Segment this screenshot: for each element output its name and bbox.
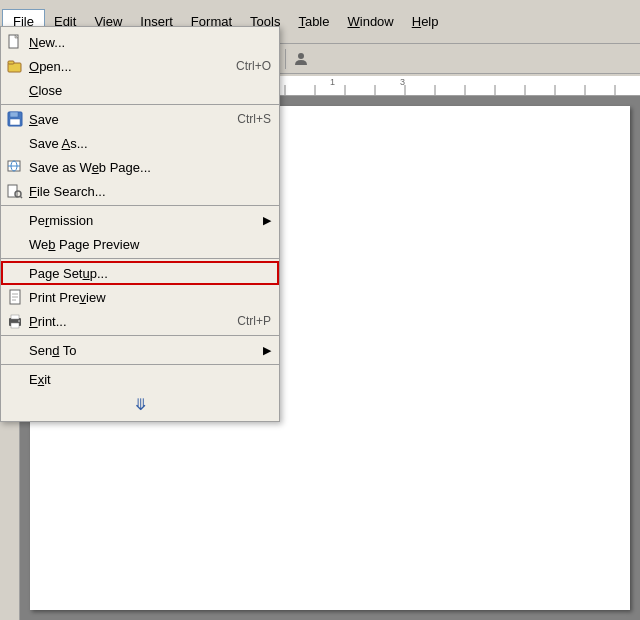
menu-item-file-search[interactable]: File Search... bbox=[1, 179, 279, 203]
menu-separator-2 bbox=[1, 205, 279, 206]
svg-rect-60 bbox=[10, 112, 18, 117]
menu-item-page-setup[interactable]: Page Setup... bbox=[1, 261, 279, 285]
new-icon bbox=[5, 32, 25, 52]
print-icon bbox=[5, 311, 25, 331]
menu-item-save-label: Save bbox=[29, 112, 59, 127]
menu-item-save[interactable]: Save Ctrl+S bbox=[1, 107, 279, 131]
svg-rect-73 bbox=[11, 323, 19, 328]
menu-item-permission[interactable]: Permission ▶ bbox=[1, 208, 279, 232]
menu-item-new-label: New... bbox=[29, 35, 65, 50]
menu-item-save-shortcut: Ctrl+S bbox=[237, 112, 271, 126]
menu-item-print-shortcut: Ctrl+P bbox=[237, 314, 271, 328]
menu-item-exit[interactable]: Exit bbox=[1, 367, 279, 391]
user-toolbar-btn[interactable] bbox=[290, 48, 312, 70]
save-icon bbox=[5, 109, 25, 129]
menu-item-open[interactable]: Open... Ctrl+O bbox=[1, 54, 279, 78]
menu-item-save-as[interactable]: Save As... bbox=[1, 131, 279, 155]
toolbar-separator-3 bbox=[285, 49, 286, 69]
svg-line-67 bbox=[21, 197, 23, 199]
menu-item-file-search-label: File Search... bbox=[29, 184, 106, 199]
menu-item-send-to[interactable]: Send To ▶ bbox=[1, 338, 279, 362]
menubar-item-window[interactable]: Window bbox=[338, 9, 402, 34]
menu-separator-5 bbox=[1, 364, 279, 365]
menu-item-close[interactable]: Close bbox=[1, 78, 279, 102]
svg-text:1: 1 bbox=[330, 77, 335, 87]
menu-item-print-preview-label: Print Preview bbox=[29, 290, 106, 305]
svg-point-75 bbox=[18, 320, 20, 322]
more-chevron-icon: ⤋ bbox=[134, 395, 147, 414]
menu-separator-4 bbox=[1, 335, 279, 336]
menubar-item-table[interactable]: Table bbox=[289, 9, 338, 34]
menu-item-save-web[interactable]: Save as Web Page... bbox=[1, 155, 279, 179]
menu-item-open-shortcut: Ctrl+O bbox=[236, 59, 271, 73]
menu-item-save-web-label: Save as Web Page... bbox=[29, 160, 151, 175]
menu-item-page-setup-label: Page Setup... bbox=[29, 266, 108, 281]
menu-item-print-label: Print... bbox=[29, 314, 67, 329]
menu-separator-3 bbox=[1, 258, 279, 259]
menu-item-save-as-label: Save As... bbox=[29, 136, 88, 151]
menu-item-open-label: Open... bbox=[29, 59, 72, 74]
save-web-icon bbox=[5, 157, 25, 177]
menu-item-close-label: Close bbox=[29, 83, 62, 98]
svg-rect-74 bbox=[11, 315, 19, 319]
menu-item-print-preview[interactable]: Print Preview bbox=[1, 285, 279, 309]
file-dropdown-menu: New... Open... Ctrl+O Close Save Ctrl+S … bbox=[0, 26, 280, 422]
menu-item-web-preview-label: Web Page Preview bbox=[29, 237, 139, 252]
menu-item-print[interactable]: Print... Ctrl+P bbox=[1, 309, 279, 333]
svg-rect-58 bbox=[8, 61, 14, 64]
svg-text:3: 3 bbox=[400, 77, 405, 87]
menubar-item-help[interactable]: Help bbox=[403, 9, 448, 34]
file-search-icon bbox=[5, 181, 25, 201]
svg-rect-61 bbox=[10, 119, 20, 125]
svg-point-23 bbox=[298, 53, 304, 59]
permission-submenu-arrow: ▶ bbox=[263, 214, 271, 227]
print-preview-icon bbox=[5, 287, 25, 307]
more-items-chevron[interactable]: ⤋ bbox=[1, 391, 279, 418]
open-icon bbox=[5, 56, 25, 76]
menu-item-send-to-label: Send To bbox=[29, 343, 76, 358]
menu-separator-1 bbox=[1, 104, 279, 105]
menu-item-web-preview[interactable]: Web Page Preview bbox=[1, 232, 279, 256]
svg-point-66 bbox=[15, 191, 21, 197]
send-to-submenu-arrow: ▶ bbox=[263, 344, 271, 357]
menu-item-new[interactable]: New... bbox=[1, 30, 279, 54]
menu-item-permission-label: Permission bbox=[29, 213, 93, 228]
menu-item-exit-label: Exit bbox=[29, 372, 51, 387]
